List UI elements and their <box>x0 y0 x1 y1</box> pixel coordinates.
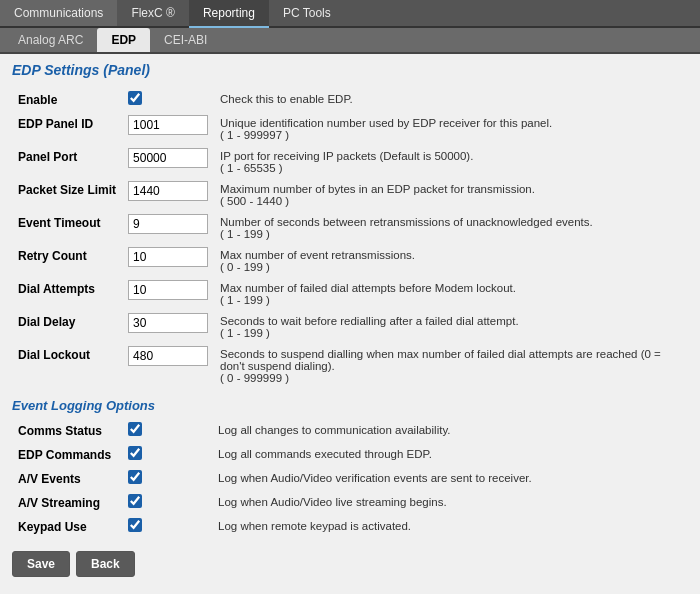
setting-input-cell <box>122 88 214 112</box>
table-row: Panel PortIP port for receiving IP packe… <box>12 145 688 178</box>
setting-label: EDP Panel ID <box>12 112 122 145</box>
save-button[interactable]: Save <box>12 551 70 577</box>
setting-text-input[interactable] <box>128 214 208 234</box>
event-log-input-cell <box>122 467 212 491</box>
event-logging-title: Event Logging Options <box>12 398 688 413</box>
setting-label: Panel Port <box>12 145 122 178</box>
event-log-checkbox[interactable] <box>128 470 142 484</box>
event-log-label: A/V Events <box>12 467 122 491</box>
event-log-description: Log when Audio/Video live streaming begi… <box>212 491 688 515</box>
event-log-checkbox[interactable] <box>128 422 142 436</box>
setting-description: Number of seconds between retransmission… <box>214 211 688 244</box>
table-row: Dial LockoutSeconds to suspend dialling … <box>12 343 688 388</box>
table-row: EDP Panel IDUnique identification number… <box>12 112 688 145</box>
table-row: Dial DelaySeconds to wait before rediall… <box>12 310 688 343</box>
event-log-label: EDP Commands <box>12 443 122 467</box>
event-log-input-cell <box>122 443 212 467</box>
table-row: EDP CommandsLog all commands executed th… <box>12 443 688 467</box>
top-nav-item[interactable]: PC Tools <box>269 0 345 26</box>
event-log-label: Comms Status <box>12 419 122 443</box>
event-log-label: A/V Streaming <box>12 491 122 515</box>
sub-nav-item[interactable]: Analog ARC <box>4 28 97 52</box>
sub-nav-item[interactable]: CEI-ABI <box>150 28 221 52</box>
event-log-input-cell <box>122 419 212 443</box>
sub-nav: Analog ARCEDPCEI-ABI <box>0 28 700 54</box>
setting-label: Dial Attempts <box>12 277 122 310</box>
table-row: A/V EventsLog when Audio/Video verificat… <box>12 467 688 491</box>
setting-description: Maximum number of bytes in an EDP packet… <box>214 178 688 211</box>
event-log-checkbox[interactable] <box>128 518 142 532</box>
table-row: Dial AttemptsMax number of failed dial a… <box>12 277 688 310</box>
setting-text-input[interactable] <box>128 280 208 300</box>
event-log-description: Log when remote keypad is activated. <box>212 515 688 539</box>
setting-description: Check this to enable EDP. <box>214 88 688 112</box>
setting-description: IP port for receiving IP packets (Defaul… <box>214 145 688 178</box>
table-row: Retry CountMax number of event retransmi… <box>12 244 688 277</box>
setting-label: Enable <box>12 88 122 112</box>
setting-description: Unique identification number used by EDP… <box>214 112 688 145</box>
event-log-checkbox[interactable] <box>128 446 142 460</box>
top-nav: CommunicationsFlexC ®ReportingPC Tools <box>0 0 700 28</box>
setting-input-cell <box>122 244 214 277</box>
table-row: Keypad UseLog when remote keypad is acti… <box>12 515 688 539</box>
table-row: A/V StreamingLog when Audio/Video live s… <box>12 491 688 515</box>
setting-label: Packet Size Limit <box>12 178 122 211</box>
event-log-description: Log all commands executed through EDP. <box>212 443 688 467</box>
setting-input-cell <box>122 343 214 388</box>
event-log-label: Keypad Use <box>12 515 122 539</box>
button-row: Save Back <box>12 551 688 577</box>
setting-checkbox[interactable] <box>128 91 142 105</box>
setting-description: Max number of failed dial attempts befor… <box>214 277 688 310</box>
setting-text-input[interactable] <box>128 148 208 168</box>
setting-label: Event Timeout <box>12 211 122 244</box>
sub-nav-item[interactable]: EDP <box>97 28 150 52</box>
setting-input-cell <box>122 178 214 211</box>
setting-text-input[interactable] <box>128 115 208 135</box>
event-log-input-cell <box>122 491 212 515</box>
event-log-input-cell <box>122 515 212 539</box>
table-row: Comms StatusLog all changes to communica… <box>12 419 688 443</box>
table-row: EnableCheck this to enable EDP. <box>12 88 688 112</box>
setting-input-cell <box>122 112 214 145</box>
back-button[interactable]: Back <box>76 551 135 577</box>
setting-text-input[interactable] <box>128 346 208 366</box>
setting-input-cell <box>122 145 214 178</box>
event-logging-table: Comms StatusLog all changes to communica… <box>12 419 688 539</box>
setting-label: Retry Count <box>12 244 122 277</box>
setting-text-input[interactable] <box>128 181 208 201</box>
event-log-description: Log all changes to communication availab… <box>212 419 688 443</box>
top-nav-item[interactable]: FlexC ® <box>117 0 189 26</box>
settings-table: EnableCheck this to enable EDP.EDP Panel… <box>12 88 688 388</box>
top-nav-item[interactable]: Reporting <box>189 0 269 28</box>
setting-description: Seconds to wait before redialling after … <box>214 310 688 343</box>
event-log-checkbox[interactable] <box>128 494 142 508</box>
setting-description: Max number of event retransmissions.( 0 … <box>214 244 688 277</box>
setting-input-cell <box>122 211 214 244</box>
setting-text-input[interactable] <box>128 313 208 333</box>
setting-text-input[interactable] <box>128 247 208 267</box>
setting-input-cell <box>122 310 214 343</box>
table-row: Event TimeoutNumber of seconds between r… <box>12 211 688 244</box>
event-log-description: Log when Audio/Video verification events… <box>212 467 688 491</box>
setting-label: Dial Delay <box>12 310 122 343</box>
setting-input-cell <box>122 277 214 310</box>
top-nav-item[interactable]: Communications <box>0 0 117 26</box>
setting-label: Dial Lockout <box>12 343 122 388</box>
table-row: Packet Size LimitMaximum number of bytes… <box>12 178 688 211</box>
page-content: EDP Settings (Panel) EnableCheck this to… <box>0 54 700 594</box>
setting-description: Seconds to suspend dialling when max num… <box>214 343 688 388</box>
page-title: EDP Settings (Panel) <box>12 62 688 78</box>
